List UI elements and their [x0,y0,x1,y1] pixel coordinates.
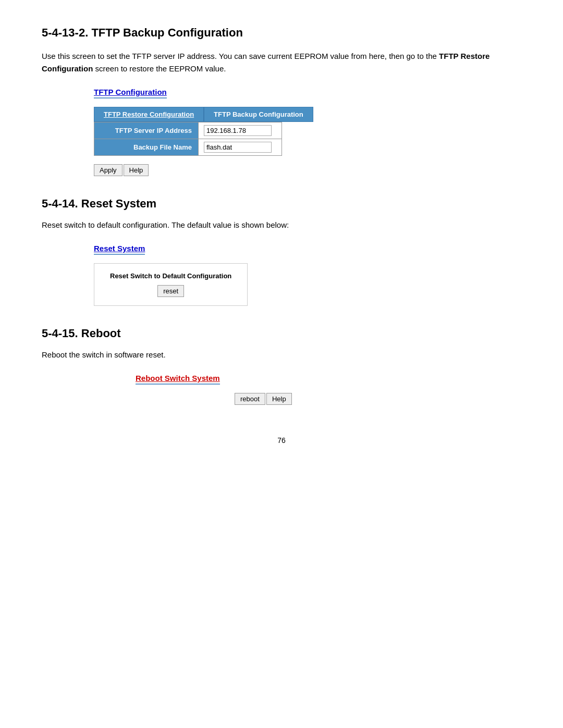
section-tftp-description: Use this screen to set the TFTP server I… [42,50,521,75]
tftp-config-table: TFTP Server IP Address Backup File Name [94,122,282,156]
tftp-server-ip-input[interactable] [204,125,272,136]
reboot-switch-system-link[interactable]: Reboot Switch System [136,374,220,385]
reboot-button[interactable]: reboot [235,393,265,405]
reboot-description: Reboot the switch in software reset. [42,349,521,361]
tftp-table-wrapper: TFTP Restore Configuration TFTP Backup C… [94,107,521,156]
page-number: 76 [42,436,521,445]
table-row: Backup File Name [94,139,282,156]
reset-inner: Reset Switch to Default Configuration re… [94,263,248,306]
section-reset-system: 5-4-14. Reset System Reset switch to def… [42,197,521,306]
tftp-button-row: Apply Help [94,164,521,176]
tftp-config-link[interactable]: TFTP Configuration [94,88,167,98]
reset-system-title: 5-4-14. Reset System [42,197,521,211]
backup-file-name-cell [199,139,282,156]
section-tftp-title: 5-4-13-2. TFTP Backup Configuration [42,26,521,40]
reset-button[interactable]: reset [157,285,184,297]
backup-file-name-label: Backup File Name [94,139,199,156]
section-tftp-backup: 5-4-13-2. TFTP Backup Configuration Use … [42,26,521,176]
reset-switch-label: Reset Switch to Default Configuration [110,272,231,280]
reset-table-wrapper: Reset Switch to Default Configuration re… [94,263,521,306]
backup-file-name-input[interactable] [204,142,272,153]
tftp-server-ip-cell [199,122,282,139]
tab-restore-configuration[interactable]: TFTP Restore Configuration [94,107,204,122]
tab-row: TFTP Restore Configuration TFTP Backup C… [94,107,521,122]
reboot-button-row: reboot Help [235,393,521,405]
tftp-server-ip-label: TFTP Server IP Address [94,122,199,139]
reboot-help-button[interactable]: Help [266,393,292,405]
table-row: TFTP Server IP Address [94,122,282,139]
reset-system-description: Reset switch to default configuration. T… [42,219,521,231]
help-button[interactable]: Help [124,164,149,176]
section-reboot: 5-4-15. Reboot Reboot the switch in soft… [42,327,521,405]
tab-backup-configuration[interactable]: TFTP Backup Configuration [204,107,313,122]
apply-button[interactable]: Apply [94,164,123,176]
reset-system-link[interactable]: Reset System [94,244,145,255]
reboot-title: 5-4-15. Reboot [42,327,521,340]
